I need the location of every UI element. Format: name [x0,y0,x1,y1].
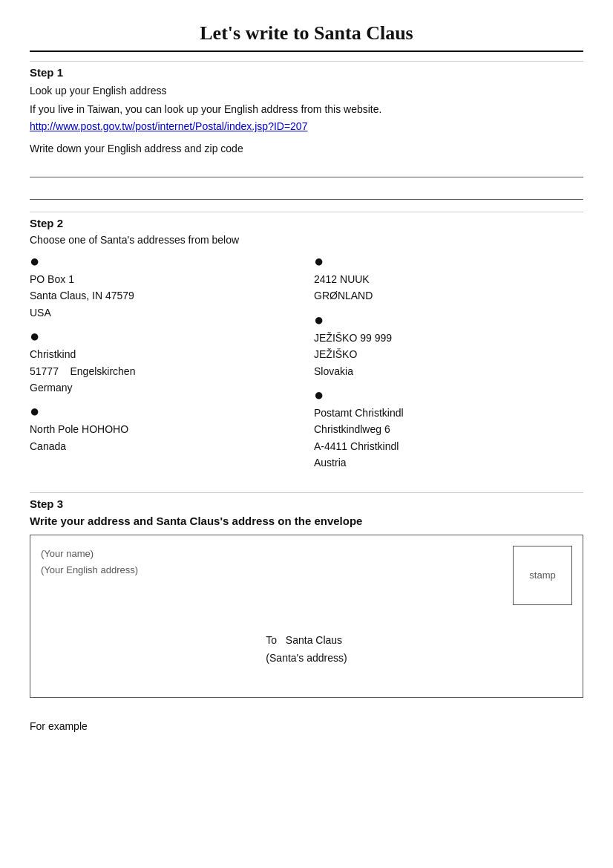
envelope-box: (Your name) (Your English address) stamp… [30,535,583,698]
for-example: For example [30,720,583,732]
bullet-usa: ● [30,253,299,270]
step3-instruction: Write your address and Santa Claus's add… [30,515,583,527]
step1-write-down: Write down your English address and zip … [30,141,583,157]
stamp-label: stamp [529,570,555,581]
bullet-austria: ● [314,387,583,403]
address-germany-line2: 51777 Engelskirchen [30,363,299,379]
address-slovakia-line1: JEŽIŠKO 99 999 [314,330,583,346]
address-germany-line1: Christkind [30,346,299,362]
address-block-greenland: ● 2412 NUUK GRØNLAND [314,253,583,304]
step1-section: Step 1 Look up your English address If y… [30,61,583,200]
address-austria-line1: Postamt Christkindl [314,405,583,421]
address-block-canada: ● North Pole HOHOHO Canada [30,403,299,454]
stamp-box: stamp [513,546,572,605]
page-title: Let's write to Santa Claus [30,22,583,45]
envelope-from: (Your name) (Your English address) [41,546,572,578]
address-block-usa: ● PO Box 1 Santa Claus, IN 47579 USA [30,253,299,321]
to-address: (Santa's address) [266,652,347,664]
address-austria-line4: Austria [314,454,583,471]
bullet-germany: ● [30,328,299,345]
addresses-right-col: ● 2412 NUUK GRØNLAND ● JEŽIŠKO 99 999 JE… [314,253,583,479]
address-blank-line1 [30,160,583,177]
step1-line2: If you live in Taiwan, you can look up y… [30,102,583,117]
bullet-slovakia: ● [314,312,583,328]
address-usa-line3: USA [30,304,299,321]
address-blank-line2 [30,182,583,200]
address-block-austria: ● Postamt Christkindl Christkindlweg 6 A… [314,387,583,471]
from-address: (Your English address) [41,562,572,578]
address-canada-line2: Canada [30,438,299,454]
bullet-canada: ● [30,403,299,420]
step1-line1: Look up your English address [30,83,583,99]
address-slovakia-line3: Slovakia [314,363,583,379]
bullet-greenland: ● [314,253,583,270]
addresses-left-col: ● PO Box 1 Santa Claus, IN 47579 USA ● C… [30,253,299,479]
address-greenland-line2: GRØNLAND [314,287,583,304]
step3-header: Step 3 [30,492,583,510]
address-germany-line3: Germany [30,379,299,396]
address-slovakia-line2: JEŽIŠKO [314,346,583,362]
address-canada-line1: North Pole HOHOHO [30,421,299,437]
address-block-germany: ● Christkind 51777 Engelskirchen Germany [30,328,299,396]
from-name: (Your name) [41,546,572,562]
address-block-slovakia: ● JEŽIŠKO 99 999 JEŽIŠKO Slovakia [314,312,583,379]
address-austria-line2: Christkindlweg 6 [314,421,583,437]
step2-section: Step 2 Choose one of Santa's addresses f… [30,212,583,479]
to-label: To [266,634,277,646]
step1-header: Step 1 [30,61,583,79]
step1-link[interactable]: http://www.post.gov.tw/post/internet/Pos… [30,120,307,132]
address-greenland-line1: 2412 NUUK [314,271,583,287]
to-name: Santa Claus [286,634,342,646]
step2-intro: Choose one of Santa's addresses from bel… [30,234,583,246]
title-divider [30,50,583,52]
step2-header: Step 2 [30,212,583,229]
address-austria-line3: A-4411 Christkindl [314,438,583,454]
address-usa-line1: PO Box 1 [30,271,299,287]
envelope-to: To Santa Claus (Santa's address) [266,632,347,668]
address-usa-line2: Santa Claus, IN 47579 [30,287,299,304]
addresses-grid: ● PO Box 1 Santa Claus, IN 47579 USA ● C… [30,253,583,479]
step3-section: Step 3 Write your address and Santa Clau… [30,492,583,698]
